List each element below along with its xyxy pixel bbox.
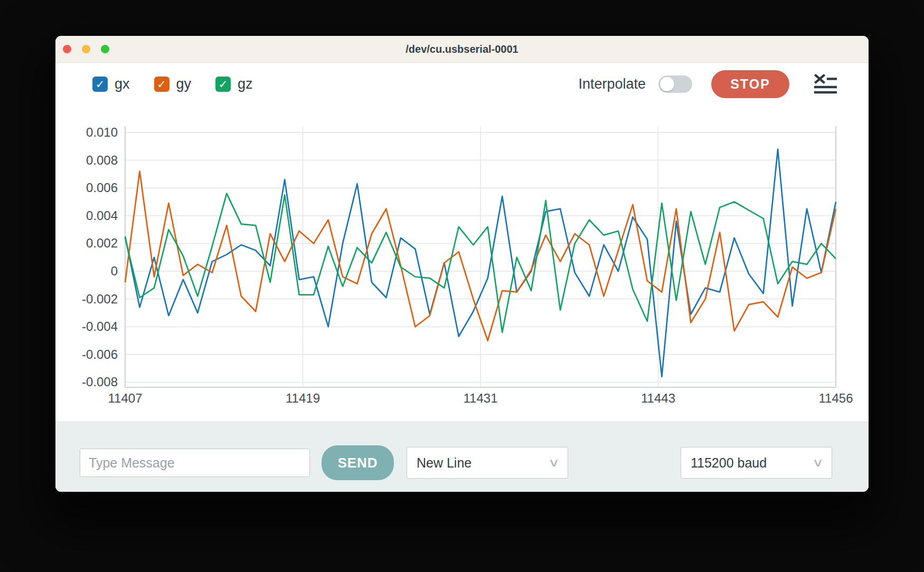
- series-toggle-gy[interactable]: ✓ gy: [154, 76, 192, 92]
- series-label-gy: gy: [176, 76, 192, 92]
- baud-rate-select[interactable]: 115200 baud ∨: [681, 447, 832, 479]
- title-bar: /dev/cu.usbserial-0001: [55, 36, 869, 63]
- svg-text:0.002: 0.002: [86, 236, 118, 250]
- svg-text:0: 0: [111, 264, 118, 278]
- interpolate-label: Interpolate: [578, 76, 646, 92]
- zoom-button[interactable]: [101, 45, 109, 53]
- close-button[interactable]: [63, 45, 71, 53]
- send-button[interactable]: SEND: [322, 445, 394, 480]
- svg-text:11456: 11456: [819, 391, 853, 405]
- svg-text:0.010: 0.010: [86, 125, 118, 139]
- checkbox-gx[interactable]: ✓: [92, 77, 108, 92]
- stop-button[interactable]: STOP: [711, 70, 789, 98]
- window-title: /dev/cu.usbserial-0001: [406, 43, 518, 55]
- series-toggle-gx[interactable]: ✓ gx: [92, 76, 130, 92]
- chevron-down-icon: ∨: [812, 456, 824, 470]
- svg-text:0.006: 0.006: [86, 180, 118, 195]
- svg-text:-0.004: -0.004: [82, 319, 118, 333]
- checkbox-gy[interactable]: ✓: [154, 77, 169, 92]
- svg-text:0.004: 0.004: [86, 208, 118, 223]
- chart-area: 0.0100.0080.0060.0040.0020-0.002-0.004-0…: [55, 105, 869, 423]
- timeseries-chart: 0.0100.0080.0060.0040.0020-0.002-0.004-0…: [55, 105, 869, 423]
- minimize-button[interactable]: [82, 45, 90, 53]
- series-label-gz: gz: [238, 76, 253, 92]
- series-toggle-gz[interactable]: ✓ gz: [215, 76, 253, 92]
- line-ending-select[interactable]: New Line ∨: [407, 447, 568, 479]
- toggle-knob: [660, 77, 674, 91]
- svg-text:11419: 11419: [286, 391, 320, 405]
- interpolate-toggle[interactable]: [658, 75, 692, 93]
- message-input[interactable]: [80, 449, 310, 477]
- svg-text:-0.002: -0.002: [82, 292, 118, 306]
- serial-bar: SEND New Line ∨ 115200 baud ∨: [55, 422, 869, 492]
- chevron-down-icon: ∨: [548, 456, 560, 470]
- baud-rate-value: 115200 baud: [691, 455, 767, 471]
- toolbar: ✓ gx ✓ gy ✓ gz Interpolate STOP: [55, 63, 869, 105]
- clear-list-icon[interactable]: [814, 73, 837, 94]
- series-label-gx: gx: [115, 76, 130, 92]
- svg-text:-0.006: -0.006: [82, 347, 118, 361]
- svg-text:0.008: 0.008: [86, 153, 118, 167]
- window-controls: [63, 36, 109, 62]
- svg-text:11431: 11431: [464, 391, 498, 405]
- svg-text:-0.008: -0.008: [82, 375, 118, 389]
- checkbox-gz[interactable]: ✓: [215, 77, 231, 92]
- svg-text:11407: 11407: [108, 391, 143, 405]
- app-window: /dev/cu.usbserial-0001 ✓ gx ✓ gy ✓ gz In…: [55, 36, 869, 492]
- line-ending-value: New Line: [417, 455, 472, 471]
- svg-text:11443: 11443: [641, 391, 675, 405]
